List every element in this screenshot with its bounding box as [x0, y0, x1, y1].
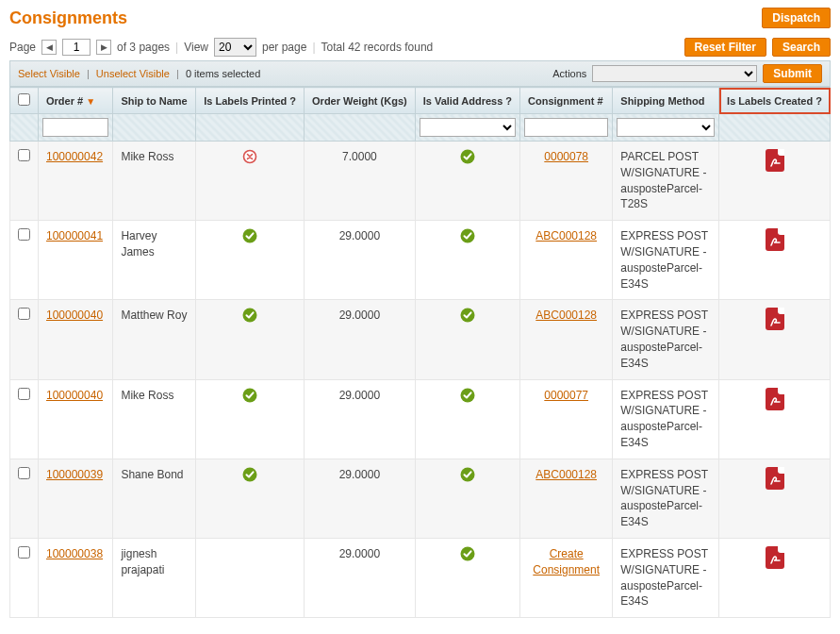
weight-cell: 7.0000 [305, 142, 416, 221]
actions-label: Actions [552, 68, 586, 79]
row-checkbox[interactable] [18, 308, 30, 320]
pdf-icon[interactable] [766, 467, 784, 490]
col-order-weight[interactable]: Order Weight (Kgs) [305, 88, 416, 114]
cross-icon [242, 149, 257, 164]
col-valid-address[interactable]: Is Valid Address ? [415, 88, 519, 114]
page-label: Page [9, 41, 36, 54]
records-total-label: Total 42 records found [321, 41, 434, 54]
filter-valid-address[interactable] [420, 118, 516, 137]
check-icon [460, 546, 475, 561]
row-checkbox[interactable] [18, 228, 30, 241]
ship-to-cell: Shane Bond [113, 459, 196, 538]
ship-to-cell: Harvey James [113, 221, 196, 300]
page-title: Consignments [9, 8, 127, 28]
pdf-icon[interactable] [766, 308, 784, 330]
shipping-method-cell: EXPRESS POST W/SIGNATURE - ausposteParce… [613, 538, 719, 617]
col-ship-to[interactable]: Ship to Name [113, 88, 196, 114]
page-count-label: of 3 pages [117, 41, 170, 54]
order-link[interactable]: 100000038 [46, 547, 103, 560]
view-label: View [184, 41, 208, 54]
sort-desc-icon: ▼ [86, 96, 95, 107]
reset-filter-button[interactable]: Reset Filter [684, 38, 766, 57]
order-link[interactable]: 100000042 [46, 150, 103, 163]
unselect-visible-link[interactable]: Unselect Visible [96, 68, 170, 79]
actions-select[interactable] [592, 65, 757, 82]
table-row: 100000038jignesh prajapati29.0000Create … [10, 538, 831, 617]
consignment-link[interactable]: ABC000128 [535, 229, 597, 242]
check-icon [460, 228, 475, 243]
pdf-icon[interactable] [766, 546, 784, 569]
pdf-icon[interactable] [766, 228, 784, 251]
check-icon [460, 467, 475, 482]
check-icon [242, 467, 257, 482]
col-shipping-method[interactable]: Shipping Method [613, 88, 719, 114]
ship-to-cell: jignesh prajapati [113, 538, 196, 617]
submit-button[interactable]: Submit [763, 64, 822, 83]
consignment-link[interactable]: 0000077 [544, 389, 588, 402]
per-page-select[interactable]: 20 [214, 38, 256, 57]
row-checkbox[interactable] [18, 149, 30, 161]
check-icon [242, 388, 257, 403]
order-link[interactable]: 100000040 [46, 309, 103, 322]
pdf-icon[interactable] [766, 149, 784, 172]
shipping-method-cell: EXPRESS POST W/SIGNATURE - ausposteParce… [613, 459, 719, 538]
order-link[interactable]: 100000039 [46, 468, 103, 481]
consignments-table: Order #▼ Ship to Name Is Labels Printed … [9, 87, 831, 618]
shipping-method-cell: PARCEL POST W/SIGNATURE - ausposteParcel… [613, 142, 719, 221]
weight-cell: 29.0000 [305, 379, 416, 459]
row-checkbox[interactable] [18, 546, 30, 559]
dispatch-button[interactable]: Dispatch [762, 8, 831, 28]
filter-consignment-no[interactable] [524, 118, 608, 137]
shipping-method-cell: EXPRESS POST W/SIGNATURE - ausposteParce… [613, 379, 719, 459]
consignment-link[interactable]: 0000078 [544, 150, 588, 163]
order-link[interactable]: 100000040 [46, 389, 103, 402]
col-labels-created[interactable]: Is Labels Created ? [719, 88, 831, 114]
current-page-input[interactable] [62, 39, 91, 56]
filter-shipping-method[interactable] [617, 118, 715, 137]
filter-order-no[interactable] [42, 118, 108, 137]
table-row: 100000041Harvey James29.0000ABC000128EXP… [10, 221, 831, 300]
shipping-method-cell: EXPRESS POST W/SIGNATURE - ausposteParce… [613, 221, 719, 300]
consignment-link[interactable]: ABC000128 [535, 309, 597, 322]
ship-to-cell: Mike Ross [113, 142, 196, 221]
selected-count-label: 0 items selected [186, 68, 260, 79]
col-labels-printed[interactable]: Is Labels Printed ? [196, 88, 305, 114]
next-page-button[interactable]: ▶ [96, 40, 111, 55]
ship-to-cell: Mike Ross [113, 379, 196, 459]
shipping-method-cell: EXPRESS POST W/SIGNATURE - ausposteParce… [613, 300, 719, 379]
col-consignment-no[interactable]: Consignment # [520, 88, 613, 114]
check-icon [242, 228, 257, 243]
weight-cell: 29.0000 [305, 300, 416, 379]
create-consignment-link[interactable]: Create Consignment [533, 547, 600, 576]
check-icon [242, 308, 257, 323]
table-row: 100000040Mike Ross29.00000000077EXPRESS … [10, 379, 831, 459]
check-icon [460, 388, 475, 403]
select-all-checkbox[interactable] [18, 93, 30, 106]
order-link[interactable]: 100000041 [46, 229, 103, 242]
table-row: 100000040Matthew Roy29.0000ABC000128EXPR… [10, 300, 831, 379]
col-order-no[interactable]: Order #▼ [39, 88, 113, 114]
row-checkbox[interactable] [18, 388, 30, 400]
table-row: 100000042Mike Ross7.00000000078PARCEL PO… [10, 142, 831, 221]
pdf-icon[interactable] [766, 388, 784, 410]
horizontal-scrollbar[interactable] [9, 624, 831, 634]
consignment-link[interactable]: ABC000128 [535, 468, 597, 481]
weight-cell: 29.0000 [305, 538, 416, 617]
search-button[interactable]: Search [772, 38, 831, 57]
weight-cell: 29.0000 [305, 459, 416, 538]
row-checkbox[interactable] [18, 467, 30, 479]
select-visible-link[interactable]: Select Visible [18, 68, 80, 79]
check-icon [460, 149, 475, 164]
check-icon [460, 308, 475, 323]
prev-page-button[interactable]: ◀ [41, 40, 57, 55]
table-row: 100000039Shane Bond29.0000ABC000128EXPRE… [10, 459, 831, 538]
weight-cell: 29.0000 [305, 221, 416, 300]
ship-to-cell: Matthew Roy [113, 300, 196, 379]
per-page-suffix: per page [262, 41, 306, 54]
